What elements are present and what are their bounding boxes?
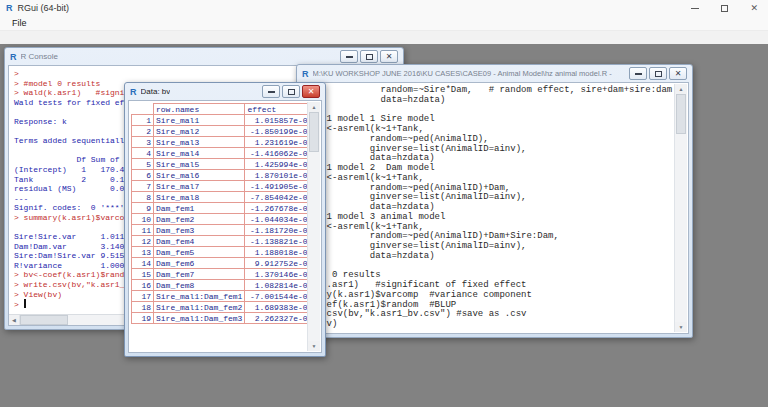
editor-close-button[interactable]: ✕ [669, 67, 687, 80]
scroll-up-icon[interactable]: ▲ [308, 102, 320, 112]
table-row[interactable]: 2Sire_mal2-1.850199e-07 [132, 126, 315, 137]
row-name-cell[interactable]: Sire_mal3 [154, 137, 245, 148]
effect-value-cell[interactable]: 1.231619e-07 [245, 137, 315, 148]
row-number-cell[interactable]: 13 [132, 247, 154, 258]
row-name-cell[interactable]: Sire_mal4 [154, 148, 245, 159]
row-number-cell[interactable]: 18 [132, 302, 154, 313]
row-number-cell[interactable]: 6 [132, 170, 154, 181]
row-name-cell[interactable]: Sire_mal1:Dam_fem3 [154, 313, 245, 324]
row-number-cell[interactable]: 9 [132, 203, 154, 214]
table-row[interactable]: 5Sire_mal51.425994e-07 [132, 159, 315, 170]
effect-value-cell[interactable]: -1.850199e-07 [245, 126, 315, 137]
effect-value-cell[interactable]: 1.370146e-01 [245, 269, 315, 280]
close-icon[interactable]: ✕ [750, 4, 758, 13]
table-row[interactable]: 1Sire_mal11.015857e-07 [132, 115, 315, 126]
effect-value-cell[interactable]: 1.082814e-01 [245, 280, 315, 291]
editor-script-text[interactable]: random=~Sire*Dam, # random effect, sire+… [301, 83, 675, 333]
menu-item-file[interactable]: File [8, 18, 31, 28]
effect-value-cell[interactable]: 1.870101e-07 [245, 170, 315, 181]
console-close-button[interactable]: ✕ [380, 50, 398, 63]
row-number-cell[interactable]: 8 [132, 192, 154, 203]
row-name-cell[interactable]: Dam_fem8 [154, 280, 245, 291]
row-name-cell[interactable]: Dam_fem6 [154, 258, 245, 269]
data-scrollbar-thumb[interactable] [309, 112, 319, 152]
effect-value-cell[interactable]: 1.015857e-07 [245, 115, 315, 126]
console-scrollbar-thumb[interactable] [20, 315, 68, 325]
editor-content[interactable]: random=~Sire*Dam, # random effect, sire+… [300, 82, 689, 334]
effect-value-cell[interactable]: 1.425994e-07 [245, 159, 315, 170]
scroll-left-icon[interactable]: ◀ [9, 315, 20, 325]
data-restore-button[interactable] [282, 85, 300, 98]
effect-value-cell[interactable]: 2.262327e-03 [245, 313, 315, 324]
effect-value-cell[interactable]: 1.188018e-01 [245, 247, 315, 258]
console-minimize-button[interactable] [340, 50, 358, 63]
row-name-cell[interactable]: Sire_mal1:Dam_fem2 [154, 302, 245, 313]
row-number-cell[interactable]: 2 [132, 126, 154, 137]
row-name-cell[interactable]: Dam_fem7 [154, 269, 245, 280]
row-number-cell[interactable]: 11 [132, 225, 154, 236]
table-row[interactable]: 3Sire_mal31.231619e-07 [132, 137, 315, 148]
row-number-cell[interactable]: 12 [132, 236, 154, 247]
effect-value-cell[interactable]: -1.181720e-01 [245, 225, 315, 236]
editor-scrollbar-thumb[interactable] [676, 94, 686, 134]
effect-value-cell[interactable]: -1.138821e-01 [245, 236, 315, 247]
row-name-cell[interactable]: Sire_mal1:Dam_fem1 [154, 291, 245, 302]
table-row[interactable]: 13Dam_fem51.188018e-01 [132, 247, 315, 258]
data-table[interactable]: row.names effect 1Sire_mal11.015857e-072… [131, 103, 315, 324]
table-row[interactable]: 18Sire_mal1:Dam_fem21.689383e-03 [132, 302, 315, 313]
minimize-icon[interactable] [691, 8, 699, 9]
main-titlebar[interactable]: R RGui (64-bit) ✕ [0, 0, 768, 16]
editor-titlebar[interactable]: R M:\KU WORKSHOP JUNE 2016\KU CASES\CASE… [300, 65, 689, 82]
row-number-cell[interactable]: 7 [132, 181, 154, 192]
row-number-cell[interactable]: 4 [132, 148, 154, 159]
row-name-cell[interactable]: Sire_mal5 [154, 159, 245, 170]
row-number-cell[interactable]: 17 [132, 291, 154, 302]
table-row[interactable]: 8Sire_mal8-7.854042e-08 [132, 192, 315, 203]
table-row[interactable]: 11Dam_fem3-1.181720e-01 [132, 225, 315, 236]
scroll-down-icon[interactable]: ▼ [675, 322, 687, 332]
maximize-icon[interactable] [721, 5, 728, 12]
editor-vertical-scrollbar[interactable]: ▲ ▼ [674, 84, 687, 332]
data-minimize-button[interactable] [262, 85, 280, 98]
scroll-down-icon[interactable]: ▼ [308, 341, 320, 351]
row-number-cell[interactable]: 10 [132, 214, 154, 225]
data-close-button[interactable]: ✕ [302, 85, 320, 98]
table-row[interactable]: 15Dam_fem71.370146e-01 [132, 269, 315, 280]
effect-value-cell[interactable]: 9.912752e-02 [245, 258, 315, 269]
table-row[interactable]: 10Dam_fem2-1.044034e-01 [132, 214, 315, 225]
effect-value-cell[interactable]: -1.416062e-07 [245, 148, 315, 159]
table-row[interactable]: 4Sire_mal4-1.416062e-07 [132, 148, 315, 159]
effect-value-cell[interactable]: -7.854042e-08 [245, 192, 315, 203]
row-name-cell[interactable]: Sire_mal2 [154, 126, 245, 137]
column-header-effect[interactable]: effect [245, 104, 315, 115]
console-titlebar[interactable]: R R Console ✕ [8, 48, 400, 65]
effect-value-cell[interactable]: -1.267678e-01 [245, 203, 315, 214]
data-vertical-scrollbar[interactable]: ▲ ▼ [307, 102, 320, 351]
row-name-cell[interactable]: Sire_mal8 [154, 192, 245, 203]
row-number-cell[interactable]: 3 [132, 137, 154, 148]
table-row[interactable]: 9Dam_fem1-1.267678e-01 [132, 203, 315, 214]
row-number-cell[interactable]: 15 [132, 269, 154, 280]
effect-value-cell[interactable]: 1.689383e-03 [245, 302, 315, 313]
table-row[interactable]: 14Dam_fem69.912752e-02 [132, 258, 315, 269]
data-viewer-titlebar[interactable]: R Data: bv ✕ [128, 83, 322, 100]
table-row[interactable]: 7Sire_mal7-1.491905e-07 [132, 181, 315, 192]
column-header-rownames[interactable]: row.names [154, 104, 245, 115]
editor-restore-button[interactable] [649, 67, 667, 80]
row-name-cell[interactable]: Dam_fem2 [154, 214, 245, 225]
row-number-cell[interactable]: 1 [132, 115, 154, 126]
effect-value-cell[interactable]: -1.491905e-07 [245, 181, 315, 192]
row-name-cell[interactable]: Dam_fem4 [154, 236, 245, 247]
scroll-up-icon[interactable]: ▲ [675, 84, 687, 94]
table-row[interactable]: 19Sire_mal1:Dam_fem32.262327e-03 [132, 313, 315, 324]
row-name-cell[interactable]: Sire_mal6 [154, 170, 245, 181]
editor-minimize-button[interactable] [629, 67, 647, 80]
row-number-cell[interactable]: 5 [132, 159, 154, 170]
table-row[interactable]: 6Sire_mal61.870101e-07 [132, 170, 315, 181]
row-name-cell[interactable]: Dam_fem1 [154, 203, 245, 214]
table-row[interactable]: 16Dam_fem81.082814e-01 [132, 280, 315, 291]
effect-value-cell[interactable]: -1.044034e-01 [245, 214, 315, 225]
table-row[interactable]: 17Sire_mal1:Dam_fem1-7.001544e-03 [132, 291, 315, 302]
row-name-cell[interactable]: Dam_fem3 [154, 225, 245, 236]
row-name-cell[interactable]: Sire_mal7 [154, 181, 245, 192]
